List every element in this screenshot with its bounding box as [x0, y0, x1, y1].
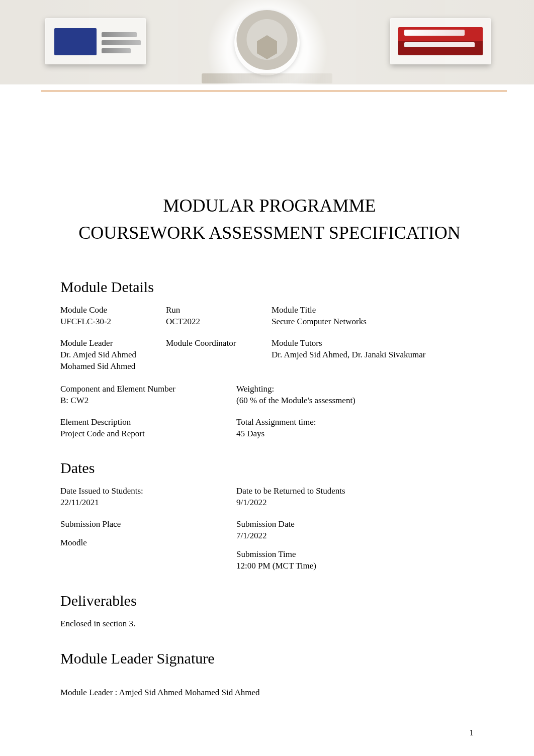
signature-text: Module Leader : Amjed Sid Ahmed Mohamed … — [60, 687, 479, 699]
page-content: MODULAR PROGRAMME COURSEWORK ASSESSMENT … — [0, 84, 534, 699]
header-banner — [0, 0, 534, 84]
label: Module Title — [272, 305, 479, 316]
value: OCT2022 — [166, 316, 266, 328]
label: Submission Place — [60, 519, 231, 530]
section-heading-deliverables: Deliverables — [60, 592, 479, 609]
value: UFCFLC-30-2 — [60, 316, 161, 328]
cell-component-element: Component and Element Number B: CW2 — [60, 384, 231, 407]
value: 9/1/2022 — [236, 497, 479, 509]
partner-logo-right-icon — [390, 18, 491, 64]
label: Element Description — [60, 417, 231, 428]
partner-logo-left-icon — [45, 18, 146, 64]
submission-date-value: 7/1/2022 — [236, 530, 479, 542]
label: Module Coordinator — [166, 338, 266, 349]
cell-element-description: Element Description Project Code and Rep… — [60, 417, 231, 440]
label: Module Leader — [60, 338, 161, 349]
cell-module-title: Module Title Secure Computer Networks — [272, 305, 479, 328]
value: Moodle — [60, 537, 231, 549]
label: Weighting: — [236, 384, 479, 395]
cell-run: Run OCT2022 — [166, 305, 266, 328]
label: Total Assignment time: — [236, 417, 479, 428]
submission-date-label: Submission Date — [236, 519, 479, 530]
cell-module-coordinator: Module Coordinator — [166, 338, 266, 372]
module-details-grid-2col: Component and Element Number B: CW2 Weig… — [60, 384, 479, 440]
label: Module Tutors — [272, 338, 479, 349]
value: Dr. Amjed Sid Ahmed, Dr. Janaki Sivakuma… — [272, 349, 479, 361]
doc-title-line1: MODULAR PROGRAMME — [60, 195, 479, 216]
deliverables-text: Enclosed in section 3. — [60, 618, 479, 630]
label: Component and Element Number — [60, 384, 231, 395]
cell-submission-date-time: Submission Date 7/1/2022 Submission Time… — [236, 519, 479, 572]
cell-module-tutors: Module Tutors Dr. Amjed Sid Ahmed, Dr. J… — [272, 338, 479, 372]
value: 45 Days — [236, 428, 479, 440]
label: Module Code — [60, 305, 161, 316]
submission-time-value: 12:00 PM (MCT Time) — [236, 560, 479, 572]
value: 22/11/2021 — [60, 497, 231, 509]
cell-module-code: Module Code UFCFLC-30-2 — [60, 305, 161, 328]
label: Date Issued to Students: — [60, 486, 231, 497]
doc-title-line2: COURSEWORK ASSESSMENT SPECIFICATION — [60, 222, 479, 243]
cell-weighting: Weighting: (60 % of the Module's assessm… — [236, 384, 479, 407]
module-details-grid-3col: Module Code UFCFLC-30-2 Run OCT2022 Modu… — [60, 305, 479, 372]
label: Date to be Returned to Students — [236, 486, 479, 497]
cell-module-leader: Module Leader Dr. Amjed Sid Ahmed Mohame… — [60, 338, 161, 372]
section-heading-signature: Module Leader Signature — [60, 650, 479, 667]
value: (60 % of the Module's assessment) — [236, 395, 479, 407]
cell-date-returned: Date to be Returned to Students 9/1/2022 — [236, 486, 479, 509]
cell-date-issued: Date Issued to Students: 22/11/2021 — [60, 486, 231, 509]
center-seal-icon — [234, 10, 300, 75]
section-heading-dates: Dates — [60, 459, 479, 477]
dates-grid: Date Issued to Students: 22/11/2021 Date… — [60, 486, 479, 572]
submission-time-label: Submission Time — [236, 549, 479, 560]
label: Run — [166, 305, 266, 316]
value: B: CW2 — [60, 395, 231, 407]
section-heading-module-details: Module Details — [60, 278, 479, 296]
value: Project Code and Report — [60, 428, 231, 440]
value: Secure Computer Networks — [272, 316, 479, 328]
banner-caption-blur — [202, 73, 332, 83]
cell-total-time: Total Assignment time: 45 Days — [236, 417, 479, 440]
page-number: 1 — [470, 728, 474, 738]
cell-submission-place: Submission Place Moodle — [60, 519, 231, 572]
value: Dr. Amjed Sid Ahmed Mohamed Sid Ahmed — [60, 349, 161, 372]
